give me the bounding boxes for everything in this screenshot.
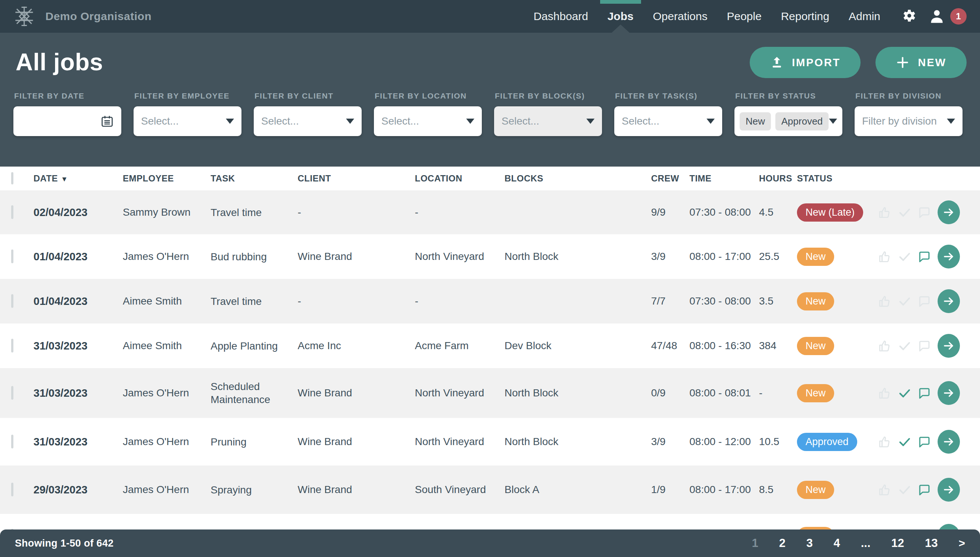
jobs-page: Demo Organisation Dashboard Jobs Operati… — [0, 0, 980, 557]
status-chip-new[interactable]: New — [740, 112, 771, 130]
status-filter-select[interactable]: New Approved Cor — [734, 106, 842, 136]
table-row: 31/03/2023 James O'Hern Pruning Wine Bra… — [0, 418, 980, 466]
open-job-arrow-button[interactable] — [938, 478, 960, 502]
next-page-button[interactable]: > — [959, 537, 965, 550]
division-filter-select[interactable]: Filter by division — [854, 106, 962, 136]
row-checkbox[interactable] — [11, 249, 13, 263]
comment-bubble-icon[interactable] — [918, 205, 931, 219]
blocks-filter-select[interactable]: Select... — [494, 106, 602, 136]
notification-badge[interactable]: 1 — [950, 8, 967, 24]
column-header-hours[interactable]: HOURS — [759, 173, 797, 184]
nav-operations[interactable]: Operations — [643, 0, 717, 33]
comment-bubble-icon[interactable] — [918, 435, 931, 449]
page-number-13[interactable]: 13 — [925, 537, 938, 550]
row-checkbox[interactable] — [11, 294, 13, 308]
task-cell: Spraying — [210, 484, 252, 497]
comment-bubble-icon[interactable] — [918, 339, 931, 353]
approve-check-icon[interactable] — [898, 339, 912, 353]
thumbs-up-icon[interactable] — [878, 295, 892, 308]
date-cell: 02/04/2023 — [34, 206, 123, 219]
nav-dashboard[interactable]: Dashboard — [524, 0, 598, 33]
arrow-right-icon — [942, 484, 955, 496]
thumbs-up-icon[interactable] — [878, 483, 892, 497]
row-checkbox[interactable] — [11, 339, 13, 352]
thumbs-up-icon[interactable] — [878, 250, 892, 264]
client-filter-select[interactable]: Select... — [254, 106, 362, 136]
nav-admin[interactable]: Admin — [839, 0, 890, 33]
page-number-3[interactable]: 3 — [806, 537, 812, 550]
open-job-arrow-button[interactable] — [938, 381, 960, 405]
date-filter-box[interactable] — [13, 106, 121, 136]
location-cell: South Vineyard — [415, 484, 504, 496]
crew-cell: 3/9 — [651, 436, 690, 448]
thumbs-up-icon[interactable] — [878, 339, 892, 353]
time-cell: 08:00 - 17:00 — [690, 484, 759, 496]
open-job-arrow-button[interactable] — [938, 289, 960, 313]
row-checkbox[interactable] — [11, 205, 13, 219]
arrow-right-icon — [942, 295, 955, 308]
crew-cell: 3/9 — [651, 251, 690, 262]
approve-check-icon[interactable] — [898, 205, 912, 219]
nav-jobs[interactable]: Jobs — [598, 0, 643, 33]
column-header-client[interactable]: CLIENT — [298, 173, 415, 184]
page-number-2[interactable]: 2 — [779, 537, 785, 550]
location-filter-select[interactable]: Select... — [374, 106, 482, 136]
page-number-1[interactable]: 1 — [752, 537, 758, 550]
employee-filter-select[interactable]: Select... — [134, 106, 241, 136]
settings-gear-icon[interactable] — [901, 8, 918, 24]
column-header-task[interactable]: TASK — [210, 173, 298, 184]
page-number-12[interactable]: 12 — [892, 537, 904, 550]
comment-bubble-icon[interactable] — [918, 483, 931, 497]
import-button[interactable]: IMPORT — [750, 47, 861, 78]
blocks-cell: North Block — [504, 436, 651, 448]
approve-check-icon[interactable] — [898, 295, 912, 308]
approve-check-icon[interactable] — [898, 435, 912, 449]
column-header-status[interactable]: STATUS — [797, 173, 878, 184]
main-nav: Dashboard Jobs Operations People Reporti… — [524, 0, 967, 33]
task-cell: Scheduled Maintenance — [210, 380, 290, 406]
column-header-blocks[interactable]: BLOCKS — [504, 173, 651, 184]
status-badge: Approved — [797, 433, 857, 451]
comment-bubble-icon[interactable] — [918, 250, 931, 264]
new-job-button[interactable]: NEW — [876, 47, 967, 78]
column-header-time[interactable]: TIME — [690, 173, 759, 184]
client-cell: - — [298, 206, 415, 218]
table-header-row: DATE▼ EMPLOYEE TASK CLIENT LOCATION BLOC… — [0, 166, 980, 191]
comment-bubble-icon[interactable] — [918, 386, 931, 400]
column-header-date[interactable]: DATE▼ — [34, 173, 123, 184]
open-job-arrow-button[interactable] — [938, 200, 960, 224]
row-checkbox[interactable] — [11, 435, 13, 448]
chevron-down-icon — [466, 119, 475, 124]
chevron-down-icon — [346, 119, 354, 124]
table-row: 01/04/2023 James O'Hern Bud rubbing Wine… — [0, 234, 980, 279]
page-number-4[interactable]: 4 — [833, 537, 840, 550]
open-job-arrow-button[interactable] — [938, 430, 960, 454]
blocks-cell: Dev Block — [504, 340, 651, 352]
tasks-filter-select[interactable]: Select... — [614, 106, 722, 136]
nav-reporting[interactable]: Reporting — [771, 0, 839, 33]
approve-check-icon[interactable] — [898, 483, 912, 497]
comment-bubble-icon[interactable] — [918, 295, 931, 308]
row-checkbox[interactable] — [11, 483, 13, 497]
user-account-icon[interactable] — [929, 8, 945, 24]
approve-check-icon[interactable] — [898, 250, 912, 264]
column-header-employee[interactable]: EMPLOYEE — [123, 173, 210, 184]
column-header-location[interactable]: LOCATION — [415, 173, 504, 184]
open-job-arrow-button[interactable] — [938, 245, 960, 269]
nav-people[interactable]: People — [717, 0, 771, 33]
status-chip-approved[interactable]: Approved — [775, 112, 828, 130]
open-job-arrow-button[interactable] — [938, 334, 960, 358]
hours-cell: 10.5 — [759, 436, 797, 448]
thumbs-up-icon[interactable] — [878, 386, 892, 400]
column-header-crew[interactable]: CREW — [651, 173, 690, 184]
table-row: 01/04/2023 Aimee Smith Travel time - - 7… — [0, 279, 980, 324]
employee-cell: Aimee Smith — [123, 295, 210, 307]
date-filter-input[interactable] — [21, 106, 101, 136]
thumbs-up-icon[interactable] — [878, 205, 892, 219]
row-checkbox[interactable] — [11, 386, 13, 400]
select-all-checkbox[interactable] — [11, 172, 13, 184]
client-cell: - — [298, 295, 415, 307]
thumbs-up-icon[interactable] — [878, 435, 892, 449]
status-badge: New — [797, 292, 834, 311]
approve-check-icon[interactable] — [898, 386, 912, 400]
